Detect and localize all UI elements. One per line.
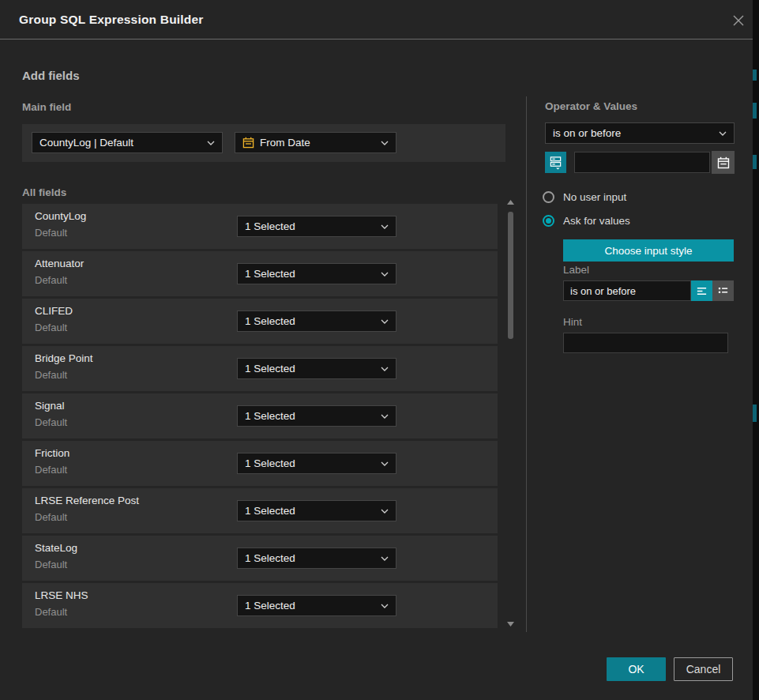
single-line-style-button[interactable] bbox=[691, 280, 712, 301]
radio-label: No user input bbox=[563, 191, 626, 203]
radio-no-user-input[interactable]: No user input bbox=[543, 191, 626, 203]
field-selected-value: 1 Selected bbox=[245, 220, 375, 232]
field-sublabel: Default bbox=[35, 511, 67, 523]
field-selected-select[interactable]: 1 Selected bbox=[237, 358, 396, 379]
field-selected-select[interactable]: 1 Selected bbox=[237, 500, 396, 521]
window-edge-strip bbox=[753, 0, 759, 700]
scroll-down-arrow-icon[interactable] bbox=[506, 621, 515, 627]
scrollbar-thumb[interactable] bbox=[508, 212, 513, 339]
chevron-down-icon bbox=[381, 319, 389, 324]
field-name: Attenuator bbox=[35, 258, 84, 269]
chevron-down-icon bbox=[381, 414, 389, 419]
main-field-panel: CountyLog | Default From Date bbox=[22, 124, 505, 162]
field-selected-select[interactable]: 1 Selected bbox=[237, 595, 396, 616]
field-row: Friction Default 1 Selected bbox=[22, 441, 498, 486]
calendar-icon bbox=[717, 156, 730, 169]
main-field-layer-select[interactable]: CountyLog | Default bbox=[32, 132, 223, 153]
stacked-values-picker-icon bbox=[549, 156, 562, 170]
field-sublabel: Default bbox=[35, 369, 67, 381]
label-field-label: Label bbox=[563, 264, 589, 276]
dialog-title: Group SQL Expression Builder bbox=[19, 0, 204, 40]
add-fields-heading: Add fields bbox=[22, 69, 80, 82]
field-sublabel: Default bbox=[35, 322, 67, 333]
chevron-down-icon bbox=[381, 556, 389, 561]
field-name: LRSE NHS bbox=[35, 589, 88, 601]
hint-field-label: Hint bbox=[563, 316, 582, 328]
layer-select-value: CountyLog | Default bbox=[39, 137, 201, 149]
date-picker-button[interactable] bbox=[712, 151, 735, 174]
field-selected-value: 1 Selected bbox=[245, 363, 375, 374]
radio-circle-selected-icon bbox=[543, 215, 554, 227]
field-row: Signal Default 1 Selected bbox=[22, 393, 498, 438]
field-select-value: From Date bbox=[260, 137, 375, 149]
choose-input-style-button[interactable]: Choose input style bbox=[563, 239, 734, 262]
field-selected-value: 1 Selected bbox=[245, 552, 375, 564]
field-selected-value: 1 Selected bbox=[245, 410, 375, 422]
all-fields-label: All fields bbox=[22, 186, 66, 198]
chevron-down-icon bbox=[207, 141, 215, 145]
field-row: StateLog Default 1 Selected bbox=[22, 536, 498, 581]
field-name: Signal bbox=[35, 400, 65, 412]
field-selected-value: 1 Selected bbox=[245, 315, 375, 327]
main-field-field-select[interactable]: From Date bbox=[235, 132, 396, 153]
panel-divider bbox=[526, 96, 527, 632]
field-row: LRSE NHS Default 1 Selected bbox=[22, 583, 498, 628]
field-selected-select[interactable]: 1 Selected bbox=[237, 263, 396, 284]
operator-select-value: is on or before bbox=[553, 127, 713, 139]
field-row: CLIFED Default 1 Selected bbox=[22, 299, 498, 344]
chevron-down-icon bbox=[381, 604, 389, 608]
field-sublabel: Default bbox=[35, 274, 67, 286]
cancel-button[interactable]: Cancel bbox=[674, 657, 733, 681]
field-row: Attenuator Default 1 Selected bbox=[22, 251, 498, 296]
field-sublabel: Default bbox=[35, 464, 67, 476]
field-row: LRSE Reference Post Default 1 Selected bbox=[22, 488, 498, 533]
operator-select[interactable]: is on or before bbox=[545, 122, 735, 144]
calendar-icon bbox=[242, 137, 254, 149]
all-fields-list: CountyLog Default 1 Selected Attenuator … bbox=[22, 204, 498, 630]
list-style-button[interactable] bbox=[712, 280, 734, 301]
field-sublabel: Default bbox=[35, 559, 67, 570]
field-name: CLIFED bbox=[35, 305, 73, 317]
align-left-icon bbox=[696, 285, 708, 297]
chevron-down-icon bbox=[381, 461, 389, 466]
chevron-down-icon bbox=[381, 224, 389, 229]
field-sublabel: Default bbox=[35, 227, 67, 239]
radio-ask-for-values[interactable]: Ask for values bbox=[543, 215, 630, 227]
value-picker-button[interactable] bbox=[545, 152, 566, 173]
field-selected-value: 1 Selected bbox=[245, 600, 375, 612]
chevron-down-icon bbox=[719, 131, 727, 136]
field-sublabel: Default bbox=[35, 606, 67, 618]
field-name: Friction bbox=[35, 447, 70, 459]
field-selected-select[interactable]: 1 Selected bbox=[237, 310, 396, 332]
field-sublabel: Default bbox=[35, 416, 67, 428]
radio-label: Ask for values bbox=[563, 215, 630, 227]
field-name: Bridge Point bbox=[35, 352, 93, 364]
field-selected-value: 1 Selected bbox=[245, 505, 375, 517]
bulleted-list-icon bbox=[717, 285, 729, 297]
value-input[interactable] bbox=[574, 152, 710, 173]
operator-values-heading: Operator & Values bbox=[545, 100, 637, 112]
field-selected-select[interactable]: 1 Selected bbox=[237, 405, 396, 427]
field-name: CountyLog bbox=[35, 210, 86, 222]
field-row: CountyLog Default 1 Selected bbox=[22, 204, 498, 249]
label-input[interactable] bbox=[563, 280, 691, 301]
main-field-label: Main field bbox=[22, 101, 71, 113]
chevron-down-icon bbox=[381, 141, 389, 145]
dialog-titlebar: Group SQL Expression Builder bbox=[0, 0, 753, 40]
scroll-up-arrow-icon[interactable] bbox=[506, 199, 515, 205]
hint-input[interactable] bbox=[563, 333, 728, 353]
field-selected-select[interactable]: 1 Selected bbox=[237, 548, 396, 569]
radio-circle-icon bbox=[543, 191, 554, 203]
field-selected-value: 1 Selected bbox=[245, 268, 375, 280]
field-name: LRSE Reference Post bbox=[35, 495, 139, 506]
chevron-down-icon bbox=[381, 509, 389, 514]
field-row: Bridge Point Default 1 Selected bbox=[22, 346, 498, 391]
chevron-down-icon bbox=[381, 272, 389, 277]
field-name: StateLog bbox=[35, 542, 77, 554]
field-selected-value: 1 Selected bbox=[245, 457, 375, 469]
field-selected-select[interactable]: 1 Selected bbox=[237, 453, 396, 474]
field-selected-select[interactable]: 1 Selected bbox=[237, 216, 396, 237]
chevron-down-icon bbox=[381, 367, 389, 371]
ok-button[interactable]: OK bbox=[607, 657, 666, 681]
close-icon[interactable] bbox=[728, 10, 749, 31]
